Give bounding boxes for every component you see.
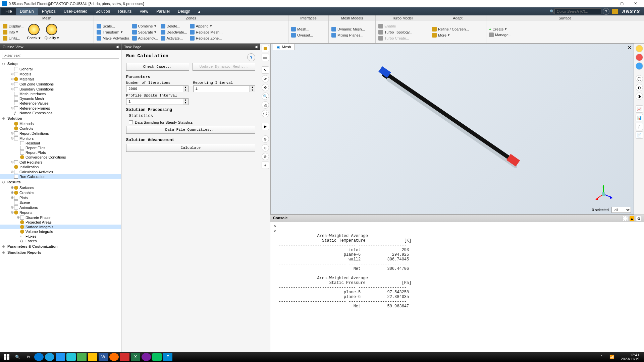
display-button[interactable]: Display... xyxy=(2,23,24,29)
selection-filter-select[interactable]: all xyxy=(611,207,631,213)
turbo-create-button[interactable]: Turbo Create... xyxy=(378,36,413,41)
tree-sim-reports[interactable]: Simulation Reports xyxy=(5,250,43,255)
app4-icon[interactable] xyxy=(120,353,129,361)
tree-plots[interactable]: ⊕Plots xyxy=(0,195,121,200)
chart-bar-icon[interactable]: 📊 xyxy=(636,114,643,121)
sphere-yellow-icon[interactable] xyxy=(636,45,643,52)
console-expand-icon[interactable]: ⛶ xyxy=(623,216,628,221)
func-icon[interactable]: ƒ xyxy=(636,123,643,130)
task-view-button[interactable]: ⧉ xyxy=(23,353,33,361)
pointer-icon[interactable]: ↖ xyxy=(262,66,269,74)
console-output[interactable]: > > Area-Weighted Average Static Tempera… xyxy=(270,222,644,352)
tree-convergence[interactable]: Convergence Conditions xyxy=(0,155,121,160)
fluent-icon[interactable]: F xyxy=(163,353,172,361)
refine-coarsen-button[interactable]: Refine / Coarsen... xyxy=(431,26,470,32)
make-polyhedra-button[interactable]: Make Polyhedra xyxy=(96,36,130,41)
help-button[interactable]: ? xyxy=(247,53,255,61)
tree-setup[interactable]: Setup xyxy=(5,61,20,66)
menu-file[interactable]: File xyxy=(1,8,16,15)
search-button[interactable]: 🔍 xyxy=(13,353,22,361)
graphics-close-icon[interactable]: ✕ xyxy=(628,45,632,50)
script-icon[interactable]: 📄 xyxy=(636,131,643,139)
tree-boundary[interactable]: ⊕Boundary Conditions xyxy=(0,86,121,92)
adapt-more-button[interactable]: More▾ xyxy=(431,33,470,38)
menu-physics[interactable]: Physics xyxy=(38,8,60,15)
tray-up-icon[interactable]: ˄ xyxy=(597,353,606,361)
windows-taskbar[interactable]: 🔍 ⧉ W X F ˄ 📶 12:412023/11/19 xyxy=(0,352,644,362)
activate-button[interactable]: Activate... xyxy=(160,36,188,41)
network-icon[interactable]: 📶 xyxy=(607,353,617,361)
tree-monitors[interactable]: ⊖Monitors xyxy=(0,136,121,141)
enable-turbo-checkbox[interactable]: Enable xyxy=(378,23,413,29)
info-button[interactable]: Info▾ xyxy=(2,29,24,35)
menu-results[interactable]: Results xyxy=(114,8,136,15)
edge-icon[interactable] xyxy=(34,353,44,361)
menu-collapse-arrow[interactable]: ▴ xyxy=(194,8,204,15)
task-collapse-icon[interactable]: ◀ xyxy=(255,45,257,49)
browser-icon[interactable] xyxy=(45,353,54,361)
zoom-out-icon[interactable]: ⊖ xyxy=(262,153,269,160)
tree-dynamic-mesh[interactable]: Dynamic Mesh xyxy=(0,96,121,101)
rotate-icon[interactable]: ⟳ xyxy=(262,75,269,82)
pan-icon[interactable]: ✥ xyxy=(262,84,269,91)
scale-button[interactable]: Scale... xyxy=(96,23,130,29)
quality-button[interactable]: Quality ▾ xyxy=(43,23,60,41)
menu-parallel[interactable]: Parallel xyxy=(152,8,174,15)
tree-initialization[interactable]: Initialization xyxy=(0,165,121,169)
app3-icon[interactable] xyxy=(77,353,87,361)
tree-fluxes[interactable]: ≈Fluxes xyxy=(0,234,121,239)
cube-icon[interactable] xyxy=(262,45,269,52)
fit-icon[interactable]: ⊕ xyxy=(262,135,269,143)
zoom-icon[interactable]: 🔍 xyxy=(262,93,269,100)
app1-icon[interactable] xyxy=(56,353,65,361)
update-dynamic-mesh-button[interactable]: Update Dynamic Mesh... xyxy=(193,63,256,71)
menu-view[interactable]: View xyxy=(136,8,152,15)
menu-domain[interactable]: Domain xyxy=(16,8,38,15)
zoom-in-icon[interactable]: ⊕ xyxy=(262,144,269,152)
tree-scene[interactable]: Scene xyxy=(0,200,121,205)
tree-reference-frames[interactable]: ⊕Reference Frames xyxy=(0,106,121,111)
surface-manage-button[interactable]: Manage... xyxy=(488,32,512,38)
profile-interval-spinner[interactable]: ▲▼ xyxy=(183,98,189,105)
quick-search-input[interactable] xyxy=(554,8,601,14)
tree-cell-registers[interactable]: ⊕Cell Registers xyxy=(0,160,121,165)
check-button[interactable]: Check ▾ xyxy=(25,23,42,41)
combine-button[interactable]: Combine▾ xyxy=(131,23,159,29)
view-tool-3-icon[interactable]: ◑ xyxy=(636,93,643,100)
dynamic-mesh-button[interactable]: Dynamic Mesh... xyxy=(331,26,366,32)
surface-create-button[interactable]: +Create▾ xyxy=(488,26,512,32)
help-icon[interactable]: ? xyxy=(603,8,609,15)
separate-button[interactable]: Separate▾ xyxy=(131,29,159,35)
graphics-viewport[interactable]: ▣ Mesh ✕ 0 selected all xyxy=(270,44,634,215)
units-button[interactable]: Units... xyxy=(2,36,24,41)
start-button[interactable] xyxy=(2,353,11,361)
turbo-topology-button[interactable]: Turbo Topology... xyxy=(378,29,413,35)
reporting-interval-spinner[interactable]: ▲▼ xyxy=(250,85,255,92)
outline-tree[interactable]: ⊖Setup General ⊕Models ⊕Materials ⊕Cell … xyxy=(0,61,121,352)
play-icon[interactable]: ▶ xyxy=(262,123,269,130)
mixing-planes-button[interactable]: Mixing Planes... xyxy=(331,33,366,38)
tree-cell-zone[interactable]: ⊕Cell Zone Conditions xyxy=(0,81,121,86)
overset-button[interactable]: Overset... xyxy=(290,33,314,38)
info-icon[interactable]: ⓘ xyxy=(262,110,269,117)
append-button[interactable]: Append▾ xyxy=(189,23,223,29)
mesh-interfaces-button[interactable]: Mesh... xyxy=(290,26,314,32)
wechat-icon[interactable] xyxy=(152,353,162,361)
explorer-icon[interactable] xyxy=(88,353,97,361)
data-sampling-checkbox[interactable]: Data Sampling for Steady Statistics xyxy=(126,119,255,126)
tree-controls[interactable]: Controls xyxy=(0,126,121,131)
layers-icon[interactable] xyxy=(262,54,269,61)
word-icon[interactable]: W xyxy=(99,353,108,361)
view-tool-2-icon[interactable]: ◐ xyxy=(636,84,643,91)
tree-graphics[interactable]: ⊕Graphics xyxy=(0,190,121,195)
tree-animations[interactable]: ⊕Animations xyxy=(0,205,121,210)
chart-line-icon[interactable]: 📈 xyxy=(636,105,643,113)
graphics-tab[interactable]: ▣ Mesh xyxy=(273,44,295,50)
tree-general[interactable]: General xyxy=(0,67,121,71)
check-case-button[interactable]: Check Case... xyxy=(126,63,189,71)
tree-report-defs[interactable]: ⊕Report Definitions xyxy=(0,131,121,136)
clock[interactable]: 12:412023/11/19 xyxy=(618,353,643,361)
axis-icon[interactable]: ⌖ xyxy=(262,162,269,169)
tree-report-files[interactable]: Report Files xyxy=(0,145,121,150)
collapse-icon[interactable]: ◀ xyxy=(116,45,118,49)
